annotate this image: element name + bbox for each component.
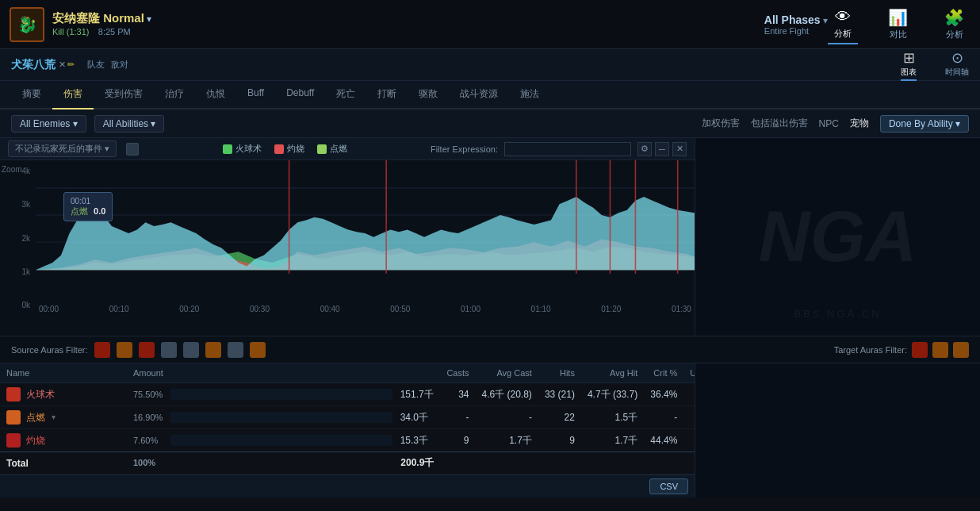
enemies-filter[interactable]: All Enemies ▾ — [11, 115, 86, 133]
nav-compare[interactable]: 📊 对比 — [882, 5, 914, 44]
source-auras-label: Source Auras Filter: — [11, 345, 88, 355]
weighted-dmg-link[interactable]: 加权伤害 — [702, 117, 740, 130]
target-aura-3[interactable] — [953, 342, 969, 358]
total-row: Total 100% 200.9千 2,198.2 + — [0, 452, 695, 474]
row2-avghit: 1.5千 — [581, 406, 644, 429]
clock-icon: ⊙ — [951, 49, 963, 67]
aura-icon-7[interactable] — [228, 342, 243, 358]
settings-btn[interactable]: ⚙ — [637, 142, 652, 156]
view-timeline[interactable]: ⊙ 时间轴 — [945, 49, 969, 81]
watermark-sub: BBS.NGA.CN — [794, 308, 881, 320]
y-1k: 1k — [2, 267, 30, 276]
col-avg-hit: Avg Hit — [581, 363, 644, 383]
ignite-color — [317, 144, 327, 154]
scorch-name[interactable]: 灼烧 — [26, 435, 45, 446]
row2-name[interactable]: 点燃 ▾ — [0, 406, 127, 429]
aura-icon-6[interactable] — [205, 342, 221, 358]
fireball-name[interactable]: 火球术 — [26, 389, 55, 400]
overflow-link[interactable]: 包括溢出伤害 — [751, 117, 808, 130]
team-label-1: 队友 — [87, 59, 105, 71]
aura-icon-4[interactable] — [161, 342, 177, 358]
tab-casts[interactable]: 施法 — [509, 81, 550, 108]
aura-icon-5[interactable] — [183, 342, 199, 358]
col-casts: Casts — [440, 363, 475, 383]
row3-avghit: 1.7千 — [581, 429, 644, 452]
nav-analyze[interactable]: 👁 分析 — [828, 5, 858, 44]
filter-right: 加权伤害 包括溢出伤害 NPC 宠物 Done By Ability ▾ — [702, 115, 969, 133]
done-by-button[interactable]: Done By Ability ▾ — [880, 115, 969, 133]
pets-link[interactable]: 宠物 — [850, 117, 869, 130]
row3-avgcast: 1.7千 — [476, 429, 538, 452]
tab-healing[interactable]: 治疗 — [154, 81, 195, 108]
y-3k: 3k — [2, 200, 30, 209]
aura-icon-2[interactable] — [117, 342, 132, 358]
tab-dispel[interactable]: 驱散 — [408, 81, 449, 108]
row3-name[interactable]: 灼烧 — [0, 429, 127, 452]
boss-name[interactable]: 安纳塞隆 Normal ▾ — [52, 11, 745, 26]
row1-name[interactable]: 火球术 — [0, 383, 127, 406]
tab-deaths[interactable]: 死亡 — [325, 81, 366, 108]
row3-amount-val: 15.3千 — [400, 435, 428, 446]
tab-taken[interactable]: 受到伤害 — [94, 81, 154, 108]
aura-icon-1[interactable] — [94, 342, 110, 358]
x-6: 01:00 — [461, 305, 480, 313]
x-axis: 00:00 00:10 00:20 00:30 00:40 00:50 01:0… — [36, 305, 695, 313]
target-aura-2[interactable] — [932, 342, 948, 358]
view-chart[interactable]: ⊞ 图表 — [901, 49, 917, 81]
fireball-icon — [6, 387, 21, 402]
tab-debuff[interactable]: Debuff — [275, 81, 325, 108]
tab-resources[interactable]: 战斗资源 — [449, 81, 509, 108]
boss-icon: 🐉 — [10, 7, 44, 42]
boss-dropdown-icon[interactable]: ▾ — [147, 13, 151, 25]
legend-scorch: 灼烧 — [274, 143, 304, 155]
nav-analysis[interactable]: 🧩 分析 — [938, 5, 970, 44]
target-auras: Target Auras Filter: — [834, 342, 969, 358]
tab-interrupt[interactable]: 打断 — [366, 81, 408, 108]
x-9: 01:30 — [672, 305, 691, 313]
ignite-name[interactable]: 点燃 — [26, 412, 45, 423]
x-7: 01:10 — [531, 305, 551, 313]
player-x: ✕ — [59, 60, 66, 70]
tab-threat[interactable]: 仇恨 — [195, 81, 236, 108]
phase-selector[interactable]: All Phases ▾ Entire Fight — [764, 13, 828, 36]
minimize-btn[interactable]: ─ — [655, 142, 669, 156]
event-filter-btn[interactable]: 不记录玩家死后的事件 ▾ — [8, 140, 117, 157]
row3-casts: 9 — [440, 429, 475, 452]
filter-bar: All Enemies ▾ All Abilities ▾ 加权伤害 包括溢出伤… — [0, 110, 980, 138]
chart-section: 不记录玩家死后的事件 ▾ 火球术 灼烧 点燃 Filter Expression… — [0, 138, 980, 336]
total-amount: 200.9千 — [400, 457, 434, 468]
col-crit: Crit % — [644, 363, 683, 383]
close-btn[interactable]: ✕ — [672, 142, 687, 156]
y-axis: 0k 1k 2k 3k 4k — [0, 167, 32, 309]
puzzle-icon: 🧩 — [944, 8, 964, 27]
tab-summary[interactable]: 摘要 — [11, 81, 52, 108]
csv-button[interactable]: CSV — [649, 478, 688, 494]
x-8: 01:20 — [601, 305, 621, 313]
data-section: Name Amount Casts Avg Cast Hits Avg Hit … — [0, 363, 980, 498]
row1-bar — [170, 389, 392, 400]
expand-arrow[interactable]: ▾ — [52, 413, 56, 421]
second-bar: 犬茱八荒 ✕ ✏ 队友 敌对 ⊞ 图表 ⊙ 时间轴 — [0, 49, 980, 81]
row1-uptime: 85.65% — [683, 383, 695, 406]
zoom-label[interactable]: Zoom — [2, 165, 22, 174]
target-auras-label: Target Auras Filter: — [834, 345, 907, 355]
tab-buff[interactable]: Buff — [236, 81, 275, 108]
abilities-filter[interactable]: All Abilities ▾ — [94, 115, 165, 133]
col-uptime: Uptime % — [683, 363, 695, 383]
aura-icon-8[interactable] — [250, 342, 266, 358]
filter-expr-input[interactable] — [504, 142, 631, 156]
target-aura-1[interactable] — [912, 342, 928, 358]
tab-damage[interactable]: 伤害 — [52, 81, 94, 110]
aura-icon-3[interactable] — [139, 342, 155, 358]
nav-analysis-label: 分析 — [946, 29, 963, 40]
row2-avgcast: - — [476, 406, 538, 429]
svg-marker-6 — [36, 197, 695, 270]
row3-amount: 7.60% 15.3千 — [127, 429, 440, 452]
row2-hits: 22 — [538, 406, 581, 429]
row2-pct: 16.90% — [133, 413, 168, 422]
row3-crit: 44.4% — [644, 429, 683, 452]
player-name[interactable]: 犬茱八荒 — [11, 58, 56, 72]
npc-link[interactable]: NPC — [819, 118, 839, 129]
top-bar: 🐉 安纳塞隆 Normal ▾ Kill (1:31) 8:25 PM All … — [0, 0, 980, 49]
phase-title[interactable]: All Phases ▾ — [764, 13, 828, 26]
